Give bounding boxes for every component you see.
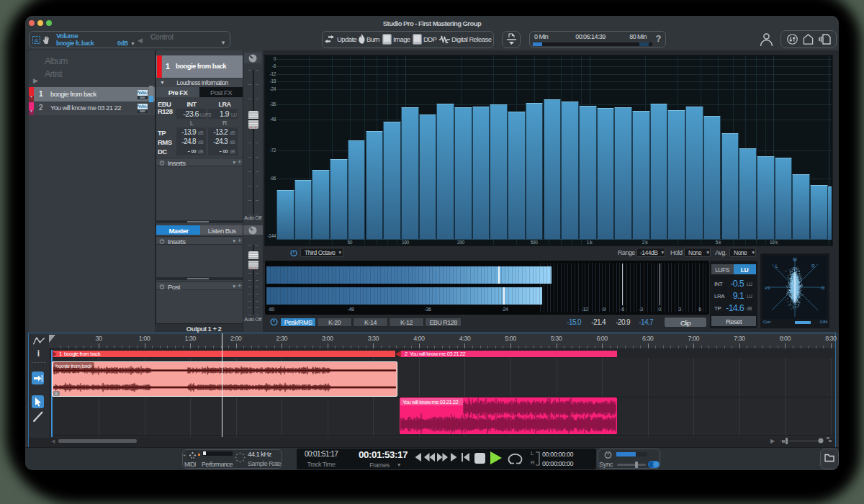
svg-text:M: M	[793, 257, 796, 262]
svg-text:-S: -S	[820, 286, 824, 290]
svg-text:wav: wav	[140, 109, 146, 113]
svg-text:A: A	[35, 37, 39, 44]
svg-text:+S: +S	[765, 286, 770, 290]
svg-text:wav: wav	[140, 96, 146, 99]
svg-text:L: L	[775, 264, 778, 269]
svg-text:R: R	[811, 264, 815, 269]
